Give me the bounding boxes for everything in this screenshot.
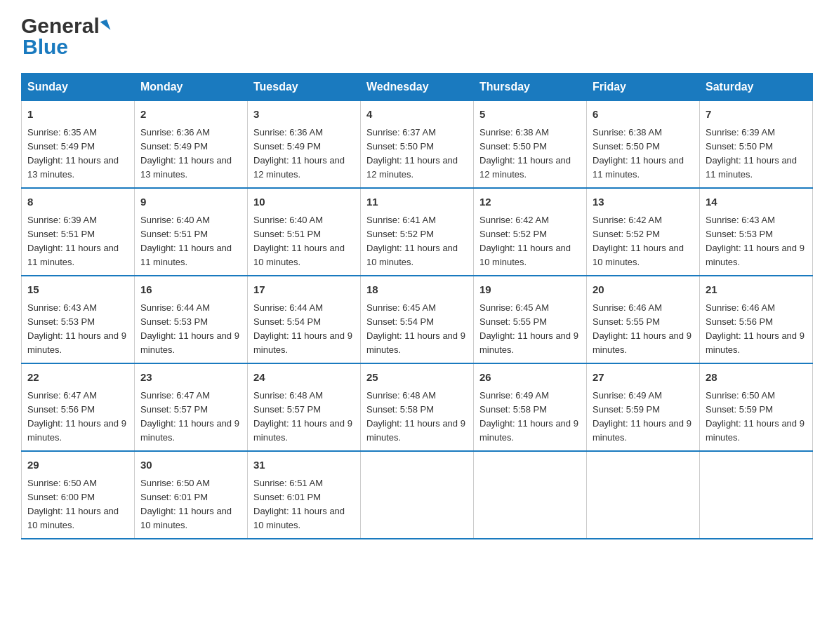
day-number: 11	[366, 194, 468, 210]
day-info: Sunrise: 6:45 AMSunset: 5:54 PMDaylight:…	[366, 302, 465, 355]
calendar-cell: 17Sunrise: 6:44 AMSunset: 5:54 PMDayligh…	[248, 276, 361, 363]
day-number: 16	[140, 282, 241, 298]
day-number: 28	[706, 370, 807, 386]
day-number: 24	[253, 370, 355, 386]
weekday-header-tuesday: Tuesday	[248, 74, 361, 101]
calendar-cell: 1Sunrise: 6:35 AMSunset: 5:49 PMDaylight…	[22, 101, 135, 189]
day-number: 2	[140, 107, 241, 123]
calendar-cell: 10Sunrise: 6:40 AMSunset: 5:51 PMDayligh…	[248, 188, 361, 276]
day-number: 10	[253, 194, 355, 210]
calendar-cell: 4Sunrise: 6:37 AMSunset: 5:50 PMDaylight…	[361, 101, 474, 189]
page-header: General Blue	[21, 14, 813, 59]
calendar-cell: 8Sunrise: 6:39 AMSunset: 5:51 PMDaylight…	[22, 188, 135, 276]
day-number: 25	[366, 370, 468, 386]
calendar-cell: 23Sunrise: 6:47 AMSunset: 5:57 PMDayligh…	[135, 363, 248, 451]
calendar-cell: 16Sunrise: 6:44 AMSunset: 5:53 PMDayligh…	[135, 276, 248, 363]
day-info: Sunrise: 6:49 AMSunset: 5:58 PMDaylight:…	[479, 390, 578, 443]
calendar-cell: 13Sunrise: 6:42 AMSunset: 5:52 PMDayligh…	[587, 188, 700, 276]
logo-triangle-icon	[100, 20, 110, 32]
day-number: 14	[706, 194, 807, 210]
calendar-cell	[587, 451, 700, 539]
calendar-cell: 29Sunrise: 6:50 AMSunset: 6:00 PMDayligh…	[22, 451, 135, 539]
day-info: Sunrise: 6:38 AMSunset: 5:50 PMDaylight:…	[479, 127, 571, 180]
day-info: Sunrise: 6:42 AMSunset: 5:52 PMDaylight:…	[593, 215, 684, 267]
calendar-cell: 25Sunrise: 6:48 AMSunset: 5:58 PMDayligh…	[361, 363, 474, 451]
logo-blue-text: Blue	[21, 35, 68, 59]
day-info: Sunrise: 6:44 AMSunset: 5:53 PMDaylight:…	[140, 302, 239, 355]
weekday-header-saturday: Saturday	[700, 74, 813, 101]
day-info: Sunrise: 6:46 AMSunset: 5:55 PMDaylight:…	[593, 302, 691, 355]
calendar-cell: 9Sunrise: 6:40 AMSunset: 5:51 PMDaylight…	[135, 188, 248, 276]
calendar-cell: 15Sunrise: 6:43 AMSunset: 5:53 PMDayligh…	[22, 276, 135, 363]
calendar-week-row: 22Sunrise: 6:47 AMSunset: 5:56 PMDayligh…	[22, 363, 813, 451]
day-info: Sunrise: 6:51 AMSunset: 6:01 PMDaylight:…	[253, 478, 345, 530]
day-number: 13	[593, 194, 694, 210]
day-info: Sunrise: 6:36 AMSunset: 5:49 PMDaylight:…	[253, 127, 345, 180]
day-number: 9	[140, 194, 241, 210]
calendar-cell: 22Sunrise: 6:47 AMSunset: 5:56 PMDayligh…	[22, 363, 135, 451]
weekday-header-monday: Monday	[135, 74, 248, 101]
calendar-cell	[700, 451, 813, 539]
day-info: Sunrise: 6:47 AMSunset: 5:56 PMDaylight:…	[27, 390, 126, 443]
day-number: 23	[140, 370, 241, 386]
calendar-cell: 7Sunrise: 6:39 AMSunset: 5:50 PMDaylight…	[700, 101, 813, 189]
calendar-cell: 3Sunrise: 6:36 AMSunset: 5:49 PMDaylight…	[248, 101, 361, 189]
calendar-cell: 2Sunrise: 6:36 AMSunset: 5:49 PMDaylight…	[135, 101, 248, 189]
calendar-cell: 26Sunrise: 6:49 AMSunset: 5:58 PMDayligh…	[474, 363, 587, 451]
day-info: Sunrise: 6:37 AMSunset: 5:50 PMDaylight:…	[366, 127, 458, 180]
calendar-cell: 14Sunrise: 6:43 AMSunset: 5:53 PMDayligh…	[700, 188, 813, 276]
day-number: 20	[593, 282, 694, 298]
day-info: Sunrise: 6:43 AMSunset: 5:53 PMDaylight:…	[706, 215, 805, 267]
day-info: Sunrise: 6:36 AMSunset: 5:49 PMDaylight:…	[140, 127, 232, 180]
logo: General Blue	[21, 14, 109, 59]
day-info: Sunrise: 6:48 AMSunset: 5:57 PMDaylight:…	[253, 390, 352, 443]
day-info: Sunrise: 6:42 AMSunset: 5:52 PMDaylight:…	[479, 215, 571, 267]
calendar-week-row: 29Sunrise: 6:50 AMSunset: 6:00 PMDayligh…	[22, 451, 813, 539]
weekday-header-sunday: Sunday	[22, 74, 135, 101]
day-info: Sunrise: 6:40 AMSunset: 5:51 PMDaylight:…	[140, 215, 232, 267]
calendar-cell: 18Sunrise: 6:45 AMSunset: 5:54 PMDayligh…	[361, 276, 474, 363]
day-number: 3	[253, 107, 355, 123]
calendar-week-row: 8Sunrise: 6:39 AMSunset: 5:51 PMDaylight…	[22, 188, 813, 276]
day-number: 21	[706, 282, 807, 298]
day-info: Sunrise: 6:50 AMSunset: 6:01 PMDaylight:…	[140, 478, 232, 530]
calendar-cell: 19Sunrise: 6:45 AMSunset: 5:55 PMDayligh…	[474, 276, 587, 363]
weekday-header-friday: Friday	[587, 74, 700, 101]
day-info: Sunrise: 6:47 AMSunset: 5:57 PMDaylight:…	[140, 390, 239, 443]
day-number: 12	[479, 194, 581, 210]
day-number: 8	[27, 194, 128, 210]
weekday-header-wednesday: Wednesday	[361, 74, 474, 101]
day-number: 18	[366, 282, 468, 298]
calendar-week-row: 1Sunrise: 6:35 AMSunset: 5:49 PMDaylight…	[22, 101, 813, 189]
day-number: 31	[253, 457, 355, 474]
day-info: Sunrise: 6:43 AMSunset: 5:53 PMDaylight:…	[27, 302, 126, 355]
calendar-cell: 6Sunrise: 6:38 AMSunset: 5:50 PMDaylight…	[587, 101, 700, 189]
day-info: Sunrise: 6:40 AMSunset: 5:51 PMDaylight:…	[253, 215, 345, 267]
day-number: 15	[27, 282, 128, 298]
calendar-cell: 11Sunrise: 6:41 AMSunset: 5:52 PMDayligh…	[361, 188, 474, 276]
day-number: 27	[593, 370, 694, 386]
day-number: 7	[706, 107, 807, 123]
calendar-cell: 28Sunrise: 6:50 AMSunset: 5:59 PMDayligh…	[700, 363, 813, 451]
day-info: Sunrise: 6:41 AMSunset: 5:52 PMDaylight:…	[366, 215, 458, 267]
calendar-cell	[361, 451, 474, 539]
calendar-cell: 20Sunrise: 6:46 AMSunset: 5:55 PMDayligh…	[587, 276, 700, 363]
day-info: Sunrise: 6:49 AMSunset: 5:59 PMDaylight:…	[593, 390, 691, 443]
day-number: 30	[140, 457, 241, 474]
day-info: Sunrise: 6:48 AMSunset: 5:58 PMDaylight:…	[366, 390, 465, 443]
weekday-header-row: SundayMondayTuesdayWednesdayThursdayFrid…	[22, 74, 813, 101]
day-info: Sunrise: 6:46 AMSunset: 5:56 PMDaylight:…	[706, 302, 805, 355]
day-number: 5	[479, 107, 581, 123]
day-info: Sunrise: 6:39 AMSunset: 5:50 PMDaylight:…	[706, 127, 797, 180]
day-info: Sunrise: 6:45 AMSunset: 5:55 PMDaylight:…	[479, 302, 578, 355]
weekday-header-thursday: Thursday	[474, 74, 587, 101]
day-number: 22	[27, 370, 128, 386]
day-number: 17	[253, 282, 355, 298]
day-number: 26	[479, 370, 581, 386]
calendar-cell: 24Sunrise: 6:48 AMSunset: 5:57 PMDayligh…	[248, 363, 361, 451]
day-info: Sunrise: 6:50 AMSunset: 6:00 PMDaylight:…	[27, 478, 119, 530]
calendar-cell: 27Sunrise: 6:49 AMSunset: 5:59 PMDayligh…	[587, 363, 700, 451]
day-info: Sunrise: 6:35 AMSunset: 5:49 PMDaylight:…	[27, 127, 119, 180]
calendar-table: SundayMondayTuesdayWednesdayThursdayFrid…	[21, 73, 813, 539]
calendar-week-row: 15Sunrise: 6:43 AMSunset: 5:53 PMDayligh…	[22, 276, 813, 363]
